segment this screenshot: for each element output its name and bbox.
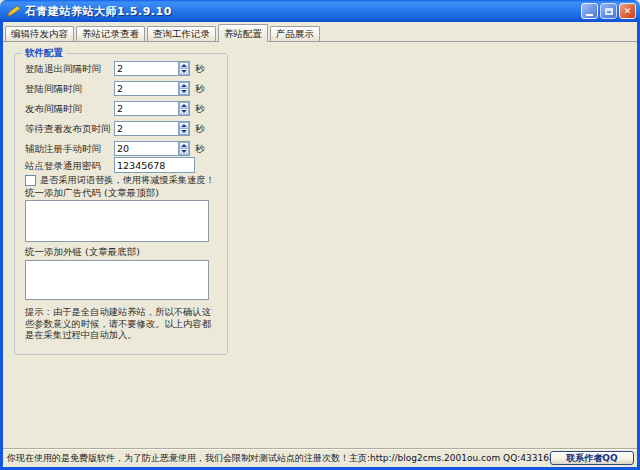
minimize-icon	[586, 14, 593, 16]
tab-product-display[interactable]: 产品展示	[270, 26, 320, 41]
spinner-down-button[interactable]	[179, 129, 189, 135]
window-title: 石青建站养站大师1.5.9.10	[25, 4, 172, 19]
spinner-up-button[interactable]	[179, 62, 189, 69]
app-window: 石青建站养站大师1.5.9.10 ✕ 编辑待发内容 养站记录查看 查询工作记录 …	[0, 0, 640, 470]
word-replace-label: 是否采用词语替换，使用将减慢采集速度！	[40, 174, 215, 187]
arrow-down-icon	[181, 110, 187, 113]
field-label-wait-view-publish-page: 等待查看发布页时间	[25, 121, 111, 136]
contact-author-qq-button[interactable]: 联系作者QQ	[550, 451, 634, 465]
arrow-up-icon	[181, 124, 187, 127]
publish-interval-spinbox	[114, 101, 190, 116]
close-button[interactable]: ✕	[619, 3, 636, 19]
window-body: 编辑待发内容 养站记录查看 查询工作记录 养站配置 产品展示 软件配置 登陆退出…	[0, 22, 640, 470]
spinner-down-button[interactable]	[179, 149, 189, 155]
field-label-publish-interval: 发布间隔时间	[25, 101, 82, 116]
spinner-up-button[interactable]	[179, 82, 189, 89]
config-hint-text: 提示：由于是全自动建站养站，所以不确认这些参数意义的时候，请不要修改。以上内容都…	[25, 306, 219, 341]
ad-code-textarea[interactable]	[25, 200, 209, 242]
field-label-assist-register-manual-time: 辅助注册手动时间	[25, 141, 101, 156]
arrow-down-icon	[181, 70, 187, 73]
spinner-up-button[interactable]	[179, 122, 189, 129]
maximize-icon	[605, 8, 613, 15]
app-pencil-icon	[6, 4, 21, 19]
field-label-login-interval: 登陆间隔时间	[25, 81, 82, 96]
tab-strip: 编辑待发内容 养站记录查看 查询工作记录 养站配置 产品展示	[3, 24, 637, 42]
assist-register-manual-time-input[interactable]	[115, 142, 178, 155]
ext-link-label: 统一添加外链 (文章最底部)	[25, 246, 140, 259]
field-label-login-exit-interval: 登陆退出间隔时间	[25, 61, 101, 76]
spinner-up-button[interactable]	[179, 142, 189, 149]
free-version-message: 你现在使用的是免费版软件，为了防止恶意使用，我们会限制对测试站点的注册次数！	[7, 452, 349, 465]
arrow-down-icon	[181, 130, 187, 133]
wait-view-publish-page-spinbox	[114, 121, 190, 136]
unit-label: 秒	[195, 61, 205, 76]
arrow-up-icon	[181, 104, 187, 107]
minimize-button[interactable]	[581, 3, 598, 19]
arrow-down-icon	[181, 150, 187, 153]
field-label-site-login-password: 站点登录通用密码	[25, 158, 101, 173]
spinner	[178, 82, 189, 95]
spinner	[178, 62, 189, 75]
spinner-up-button[interactable]	[179, 102, 189, 109]
unit-label: 秒	[195, 141, 205, 156]
software-config-groupbox: 软件配置 登陆退出间隔时间 秒 登陆间隔时间	[14, 53, 228, 355]
login-interval-spinbox	[114, 81, 190, 96]
arrow-up-icon	[181, 64, 187, 67]
login-exit-interval-spinbox	[114, 61, 190, 76]
publish-interval-input[interactable]	[115, 102, 178, 115]
unit-label: 秒	[195, 81, 205, 96]
word-replace-checkbox[interactable]	[25, 175, 36, 186]
ext-link-textarea[interactable]	[25, 260, 209, 300]
close-icon: ✕	[624, 7, 632, 16]
unit-label: 秒	[195, 121, 205, 136]
spinner-down-button[interactable]	[179, 69, 189, 75]
status-bar: 你现在使用的是免费版软件，为了防止恶意使用，我们会限制对测试站点的注册次数！ 主…	[3, 448, 637, 467]
site-config-page: 软件配置 登陆退出间隔时间 秒 登陆间隔时间	[3, 43, 637, 448]
arrow-up-icon	[181, 84, 187, 87]
word-replace-option: 是否采用词语替换，使用将减慢采集速度！	[25, 174, 215, 187]
window-controls: ✕	[581, 3, 636, 19]
maximize-button[interactable]	[600, 3, 617, 19]
assist-register-manual-time-spinbox	[114, 141, 190, 156]
arrow-up-icon	[181, 144, 187, 147]
site-login-password-input[interactable]	[114, 157, 195, 173]
title-bar: 石青建站养站大师1.5.9.10 ✕	[0, 0, 640, 22]
spinner	[178, 102, 189, 115]
login-interval-input[interactable]	[115, 82, 178, 95]
spinner	[178, 122, 189, 135]
tab-edit-pending-content[interactable]: 编辑待发内容	[5, 26, 74, 41]
spinner	[178, 142, 189, 155]
tab-query-work-record[interactable]: 查询工作记录	[147, 26, 216, 41]
ad-code-label: 统一添加广告代码 (文章最顶部)	[25, 187, 159, 200]
spinner-down-button[interactable]	[179, 89, 189, 95]
arrow-down-icon	[181, 90, 187, 93]
tab-site-record-view[interactable]: 养站记录查看	[76, 26, 145, 41]
wait-view-publish-page-input[interactable]	[115, 122, 178, 135]
groupbox-title: 软件配置	[22, 47, 66, 59]
tab-site-config[interactable]: 养站配置	[218, 24, 268, 42]
login-exit-interval-input[interactable]	[115, 62, 178, 75]
unit-label: 秒	[195, 101, 205, 116]
homepage-qq-info: 主页:http://blog2cms.2001ou.com QQ:433168	[349, 452, 555, 465]
spinner-down-button[interactable]	[179, 109, 189, 115]
